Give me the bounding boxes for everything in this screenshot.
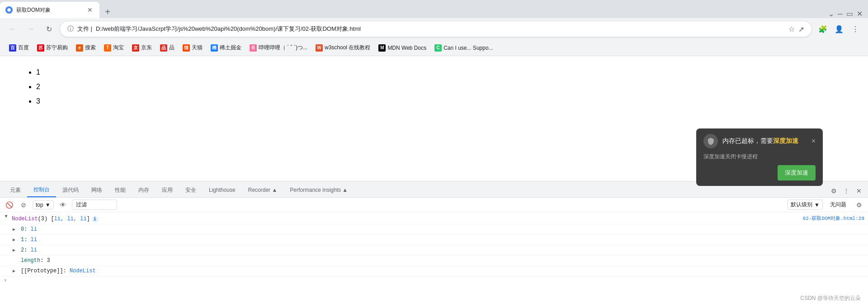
location-icon: ⓘ: [67, 25, 74, 33]
bookmarks-bar: 百 百度 苏 苏宁易购 e 搜索 T 淘宝 京 京东 品 品 猫 天猫 稀 稀土: [0, 40, 868, 56]
nodelist-source[interactable]: 02-获取DOM对象.html:28: [796, 215, 864, 222]
address-bar: ← → ↻ ⓘ 文件 | D:/web前端学习/JavaScrpt学习/js%2…: [0, 18, 868, 40]
console-settings-icon[interactable]: ⚙: [854, 200, 864, 210]
reload-button[interactable]: ↻: [42, 22, 56, 36]
bookmark-tianmao[interactable]: 猫 天猫: [179, 42, 206, 54]
no-issues-label: 无问题: [830, 201, 846, 209]
page-content: 1 2 3 内存已超标，需要深度加速 × 深度加速关闭卡慢: [0, 56, 868, 304]
console-top-selector[interactable]: top ▼: [33, 200, 54, 209]
prompt-chevron-icon: ›: [4, 277, 7, 284]
forward-button[interactable]: →: [24, 22, 38, 36]
entry-2-arrow[interactable]: ▶: [13, 246, 19, 253]
tab-favicon: [5, 6, 13, 14]
devtools-more-icon[interactable]: ⋮: [841, 185, 852, 196]
devtools-close-icon[interactable]: ✕: [854, 185, 864, 196]
tab-right-controls: ⌄ ─ ▭ ✕: [828, 10, 868, 18]
notification-popup: 内存已超标，需要深度加速 × 深度加速关闭卡慢进程 深度加速: [696, 128, 823, 186]
console-input[interactable]: [9, 277, 864, 284]
bilibili-favicon: B: [250, 44, 257, 52]
web-list: 1 2 3: [18, 65, 850, 109]
new-tab-button[interactable]: +: [101, 5, 114, 18]
bookmark-taobao[interactable]: T 淘宝: [100, 42, 127, 54]
bookmark-xitu[interactable]: 稀 稀土掘金: [207, 42, 245, 54]
devtools-tab-recorder[interactable]: Recorder ▲: [242, 183, 284, 197]
entry-2-text: 2: li: [21, 246, 864, 254]
w3school-favicon: W: [316, 44, 323, 52]
bookmark-star-icon[interactable]: ☆: [788, 25, 795, 33]
bilibili-label: 哔哩哔哩（ ´ ˘ `)つ...: [259, 44, 307, 52]
console-right-controls: 默认级别 ▼ 无问题 ⚙: [788, 200, 864, 210]
devtools-settings-icon[interactable]: ⚙: [828, 185, 839, 196]
devtools-tab-perfinsights[interactable]: Performance insights ▲: [283, 183, 354, 197]
bookmark-jd[interactable]: 京 京东: [128, 42, 156, 54]
list-item-3: 3: [36, 94, 850, 109]
minimize-icon[interactable]: ─: [838, 10, 843, 18]
taobao-favicon: T: [104, 44, 111, 52]
console-filter-input[interactable]: 过滤: [72, 200, 117, 210]
baidu-label: 百度: [18, 44, 29, 52]
active-tab[interactable]: 获取DOM对象 ✕: [0, 2, 99, 18]
list-item-2: 2: [36, 80, 850, 94]
devtools-tab-application[interactable]: 应用: [156, 183, 179, 197]
mdn-label: MDN Web Docs: [387, 45, 426, 51]
profile-icon[interactable]: 👤: [832, 22, 846, 36]
devtools-tab-security[interactable]: 安全: [179, 183, 203, 197]
entry-1-arrow[interactable]: ▶: [13, 236, 19, 242]
bookmark-w3school[interactable]: W w3school 在线教程: [312, 42, 374, 54]
tab-search-icon[interactable]: ⌄: [828, 10, 834, 18]
devtools-tab-source[interactable]: 源代码: [56, 183, 85, 197]
length-text: length: 3: [21, 256, 864, 265]
devtools-tab-elements[interactable]: 元素: [4, 183, 27, 197]
jd-favicon: 京: [132, 44, 139, 52]
suning-favicon: 苏: [37, 44, 44, 52]
suning-label: 苏宁易购: [46, 44, 68, 52]
maximize-icon[interactable]: ▭: [846, 10, 853, 18]
address-right-icons: ☆ ➚: [788, 25, 804, 33]
default-level-label: 默认级别: [791, 201, 812, 209]
share-icon[interactable]: ➚: [798, 25, 804, 33]
notif-close-button[interactable]: ×: [811, 137, 816, 145]
devtools-tab-lighthouse[interactable]: Lighthouse: [203, 183, 242, 197]
baidu-favicon: 百: [9, 44, 16, 52]
devtools-panel: 元素 控制台 源代码 网络 性能 内存 应用 安全 Lighthouse Rec…: [0, 181, 868, 304]
length-arrow-placeholder: [13, 256, 19, 257]
default-level-selector[interactable]: 默认级别 ▼: [788, 200, 823, 210]
bookmark-baidu[interactable]: 百 百度: [5, 42, 33, 54]
bookmark-suning[interactable]: 苏 苏宁易购: [33, 42, 71, 54]
extensions-icon[interactable]: 🧩: [816, 22, 830, 36]
tab-close-button[interactable]: ✕: [86, 6, 94, 14]
prototype-arrow[interactable]: ▶: [13, 267, 19, 274]
back-button[interactable]: ←: [5, 22, 20, 36]
tab-bar: 获取DOM对象 ✕ + ⌄ ─ ▭ ✕: [0, 0, 868, 18]
console-entry-2: ▶ 2: li: [0, 245, 868, 256]
bookmark-mdn[interactable]: M MDN Web Docs: [375, 42, 430, 54]
pdd-favicon: 品: [160, 44, 167, 52]
address-input-wrap[interactable]: ⓘ 文件 | D:/web前端学习/JavaScrpt学习/js%20web%2…: [60, 21, 812, 37]
tianmao-favicon: 猫: [183, 44, 190, 52]
devtools-tab-network[interactable]: 网络: [85, 183, 108, 197]
nodelist-expand-arrow[interactable]: ▶: [4, 215, 10, 222]
entry-0-text: 0: li: [21, 225, 864, 233]
notif-header: 内存已超标，需要深度加速 ×: [703, 134, 816, 148]
console-eye-icon[interactable]: 👁: [57, 200, 68, 210]
bookmark-caniuse[interactable]: C Can I use... Suppo...: [431, 42, 496, 54]
entry-0-arrow[interactable]: ▶: [13, 225, 19, 232]
bookmark-search[interactable]: e 搜索: [72, 42, 99, 54]
bookmark-pdd[interactable]: 品 品: [156, 42, 178, 54]
nodelist-info-badge: i: [92, 216, 98, 223]
nodelist-text: NodeList(3) [li, li, li]i: [12, 215, 796, 223]
devtools-tab-performance[interactable]: 性能: [108, 183, 132, 197]
more-options-icon[interactable]: ⋮: [848, 22, 863, 36]
close-window-icon[interactable]: ✕: [857, 10, 863, 18]
list-item-1: 1: [36, 65, 850, 80]
devtools-tab-memory[interactable]: 内存: [132, 183, 156, 197]
devtools-tab-console[interactable]: 控制台: [27, 183, 56, 197]
console-clear-icon[interactable]: 🚫: [4, 200, 14, 210]
console-filter-icon[interactable]: ⊘: [18, 200, 29, 210]
no-issues-badge: 无问题: [826, 200, 850, 209]
notif-action-button[interactable]: 深度加速: [778, 165, 816, 180]
bookmark-bilibili[interactable]: B 哔哩哔哩（ ´ ˘ `)つ...: [246, 42, 311, 54]
entry-1-text: 1: li: [21, 236, 864, 244]
address-protocol: 文件 |: [77, 25, 92, 33]
notif-description: 深度加速关闭卡慢进程: [703, 153, 816, 161]
